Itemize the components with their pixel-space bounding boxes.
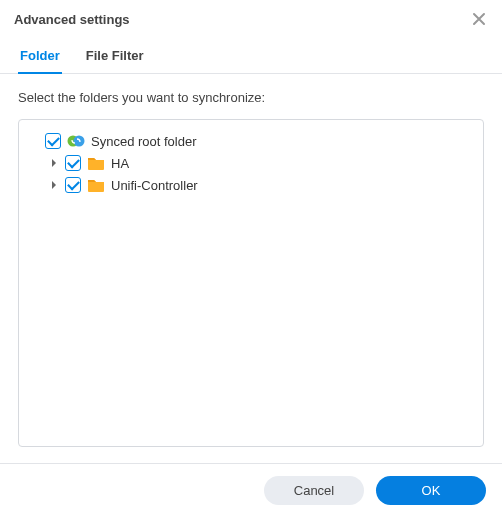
tab-file-filter[interactable]: File Filter — [84, 48, 146, 73]
checkbox-unifi[interactable] — [65, 177, 81, 193]
checkbox-root[interactable] — [45, 133, 61, 149]
folder-icon — [87, 155, 105, 171]
chevron-right-icon[interactable] — [49, 180, 59, 190]
tree-root-label: Synced root folder — [91, 134, 197, 149]
expand-spacer — [29, 136, 39, 146]
tab-folder[interactable]: Folder — [18, 48, 62, 73]
cancel-button[interactable]: Cancel — [264, 476, 364, 505]
tree-item: Unifi-Controller — [27, 174, 475, 196]
ok-button[interactable]: OK — [376, 476, 486, 505]
dialog-footer: Cancel OK — [0, 463, 502, 519]
tab-bar: Folder File Filter — [0, 34, 502, 74]
folder-tree: Synced root folder HA — [18, 119, 484, 447]
sync-folder-icon — [67, 133, 85, 149]
title-bar: Advanced settings — [0, 0, 502, 34]
tree-item: HA — [27, 152, 475, 174]
dialog-title: Advanced settings — [14, 12, 130, 27]
advanced-settings-dialog: Advanced settings Folder File Filter Sel… — [0, 0, 502, 519]
chevron-right-icon[interactable] — [49, 158, 59, 168]
checkbox-ha[interactable] — [65, 155, 81, 171]
close-icon[interactable] — [470, 10, 488, 28]
tree-item-label: HA — [111, 156, 129, 171]
content-area: Select the folders you want to synchroni… — [0, 74, 502, 463]
tree-root-item: Synced root folder — [27, 130, 475, 152]
svg-point-1 — [74, 136, 85, 147]
folder-icon — [87, 177, 105, 193]
instruction-text: Select the folders you want to synchroni… — [18, 90, 484, 105]
tree-item-label: Unifi-Controller — [111, 178, 198, 193]
